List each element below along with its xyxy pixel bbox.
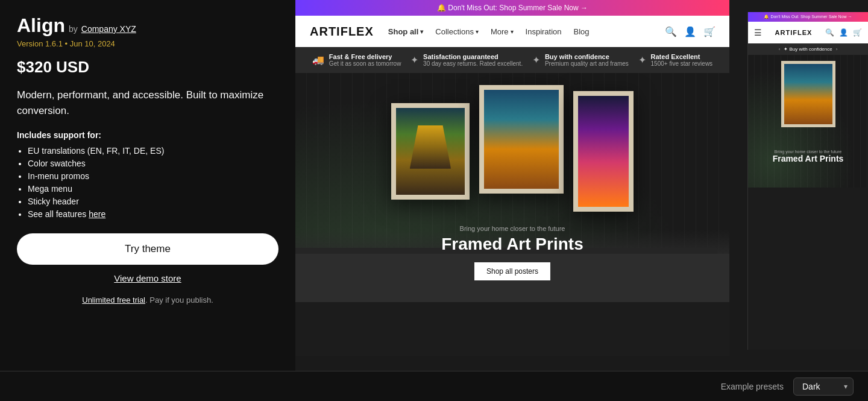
mobile-nav-icons: 🔍 👤 🛒 <box>825 28 862 37</box>
hero-text-block: Bring your home closer to the future Fra… <box>441 225 583 254</box>
trial-text: Unlimited free trial. Pay if you publish… <box>17 295 278 305</box>
art-frame-2 <box>479 85 564 194</box>
view-demo-button[interactable]: View demo store <box>17 273 278 283</box>
art-frames-container <box>391 85 634 212</box>
nav-icons: 🔍 👤 🛒 <box>665 26 715 37</box>
nav-link-blog[interactable]: Blog <box>574 27 590 36</box>
preset-selector-wrapper: Dark Light Minimal Bold ▾ <box>793 377 854 396</box>
mobile-nav: ☰ ARTIFLEX 🔍 👤 🛒 <box>748 22 868 43</box>
trial-suffix: . Pay if you publish. <box>145 295 213 305</box>
hero-subtitle: Bring your home closer to the future <box>441 225 583 232</box>
mobile-art-print <box>784 64 832 124</box>
app-tagline: Modern, performant, and accessible. Buil… <box>17 87 278 118</box>
chevron-down-icon: ▾ <box>420 28 423 35</box>
trust-satisfaction-sub: 30 day easy returns. Rated excellent. <box>423 60 523 67</box>
hero-section: Bring your home closer to the future Fra… <box>295 73 729 302</box>
mobile-site-logo: ARTIFLEX <box>775 29 813 36</box>
mobile-trust-text: ✦ Buy with confidence <box>784 46 832 52</box>
site-banner[interactable]: 🔔 Don't Miss Out: Shop Summer Sale Now → <box>295 0 729 16</box>
app-title: Align <box>17 14 65 37</box>
nav-link-shop-all[interactable]: Shop all ▾ <box>388 27 424 36</box>
nav-link-inspiration[interactable]: Inspiration <box>526 27 562 36</box>
mobile-hero-title: Framed Art Prints <box>773 154 844 163</box>
preset-select[interactable]: Dark Light Minimal Bold <box>793 377 854 396</box>
trust-confidence-sub: Premium quality art and frames <box>545 60 629 67</box>
site-logo: ARTIFLEX <box>310 25 374 39</box>
chevron-down-icon: ▾ <box>511 28 514 35</box>
nav-link-more[interactable]: More ▾ <box>491 27 514 36</box>
feature-item: Sticky header <box>28 197 278 206</box>
bottom-bar: Example presets Dark Light Minimal Bold … <box>0 371 868 401</box>
mobile-hero-text: Bring your home closer to the future Fra… <box>773 150 844 163</box>
hero-cta-button[interactable]: Shop all posters <box>474 262 550 280</box>
mobile-cart-icon[interactable]: 🛒 <box>853 28 862 37</box>
app-company: Company XYZ <box>81 24 136 34</box>
desktop-preview: 🔔 Don't Miss Out: Shop Summer Sale Now →… <box>295 0 729 356</box>
preset-label: Example presets <box>721 382 784 391</box>
shield-icon: ✦ <box>532 54 540 66</box>
site-nav: ARTIFLEX Shop all ▾ Collections ▾ More ▾… <box>295 16 729 47</box>
chevron-down-icon: ▾ <box>476 28 479 35</box>
mobile-trust-bar: ‹ ✦ Buy with confidence › <box>748 43 868 55</box>
mobile-account-icon[interactable]: 👤 <box>839 28 848 37</box>
trust-delivery-sub: Get it as soon as tomorrow <box>329 60 401 67</box>
mobile-hamburger-icon[interactable]: ☰ <box>754 28 762 37</box>
includes-title: Includes support for: <box>17 130 278 140</box>
mobile-chevron-right-icon[interactable]: › <box>836 46 838 52</box>
nav-link-collections[interactable]: Collections ▾ <box>435 27 479 36</box>
mobile-search-icon[interactable]: 🔍 <box>825 28 834 37</box>
feature-item: In-menu promos <box>28 171 278 181</box>
mobile-hero-section: Bring your home closer to the future Fra… <box>748 55 868 188</box>
app-by-label: by <box>69 24 78 34</box>
app-price: $320 USD <box>17 58 278 77</box>
art-print-3 <box>578 96 629 207</box>
feature-item: Mega menu <box>28 184 278 194</box>
feature-item: Color swatches <box>28 159 278 168</box>
trust-item-confidence: ✦ Buy with confidence Premium quality ar… <box>532 53 629 67</box>
app-title-row: Align by Company XYZ <box>17 14 278 37</box>
mobile-banner[interactable]: 🔔 Don't Miss Out: Shop Summer Sale Now → <box>748 12 868 22</box>
mobile-preview: 🔔 Don't Miss Out: Shop Summer Sale Now →… <box>747 12 868 350</box>
features-list: EU translations (EN, FR, IT, DE, ES) Col… <box>17 146 278 219</box>
mobile-hero-subtitle: Bring your home closer to the future <box>773 150 844 154</box>
mobile-chevron-left-icon[interactable]: ‹ <box>779 46 781 52</box>
art-frame-3 <box>573 91 634 212</box>
version-info: Version 1.6.1 • Jun 10, 2024 <box>17 39 278 48</box>
award-icon: ✦ <box>638 54 646 66</box>
left-panel: Align by Company XYZ Version 1.6.1 • Jun… <box>0 0 295 371</box>
search-icon[interactable]: 🔍 <box>665 26 676 37</box>
trust-item-rated: ✦ Rated Excellent 1500+ five star review… <box>638 53 713 67</box>
trust-delivery-title: Fast & Free delivery <box>329 53 401 60</box>
cart-icon[interactable]: 🛒 <box>704 26 715 37</box>
right-panel: 🔔 Don't Miss Out: Shop Summer Sale Now →… <box>295 0 868 371</box>
trust-item-delivery: 🚚 Fast & Free delivery Get it as soon as… <box>312 53 401 67</box>
trust-confidence-title: Buy with confidence <box>545 53 629 60</box>
try-theme-button[interactable]: Try theme <box>17 233 278 265</box>
trust-rated-sub: 1500+ five star reviews <box>651 60 713 67</box>
art-frame-1 <box>391 103 470 200</box>
star-icon: ✦ <box>410 54 418 66</box>
feature-item: EU translations (EN, FR, IT, DE, ES) <box>28 146 278 156</box>
account-icon[interactable]: 👤 <box>685 26 696 37</box>
trust-rated-title: Rated Excellent <box>651 53 713 60</box>
trust-satisfaction-title: Satisfaction guaranteed <box>423 53 523 60</box>
hero-title: Framed Art Prints <box>441 235 583 254</box>
feature-item-link[interactable]: See all features here <box>28 209 278 219</box>
nav-links: Shop all ▾ Collections ▾ More ▾ Inspirat… <box>388 27 665 36</box>
art-print-1 <box>396 108 465 195</box>
delivery-icon: 🚚 <box>312 54 324 66</box>
trust-item-satisfaction: ✦ Satisfaction guaranteed 30 day easy re… <box>410 53 523 67</box>
art-print-2 <box>484 90 559 189</box>
trust-bar: 🚚 Fast & Free delivery Get it as soon as… <box>295 47 729 73</box>
unlimited-trial-link[interactable]: Unlimited free trial <box>82 295 145 305</box>
mobile-art-frame <box>781 61 835 127</box>
